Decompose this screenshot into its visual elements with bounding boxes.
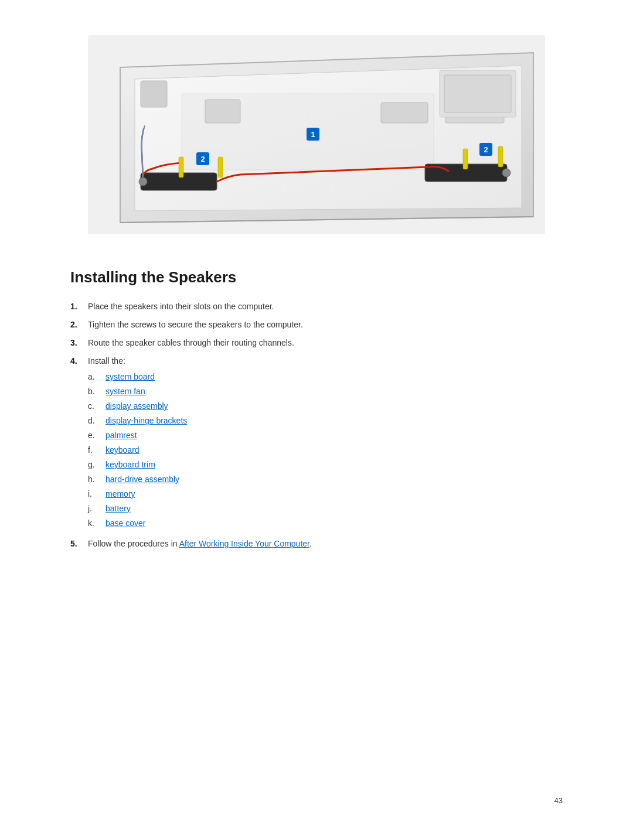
step-4: 4. Install the: a. system board b.	[70, 355, 563, 532]
page: 1 2 2 Installing the Speakers 1.	[0, 0, 633, 840]
sub-item-g: g. keyboard trim	[88, 459, 563, 471]
link-display-assembly[interactable]: display assembly	[106, 401, 168, 411]
link-display-hinge-brackets[interactable]: display-hinge brackets	[106, 416, 187, 425]
sub-content-d: display-hinge brackets	[106, 415, 563, 427]
sub-content-b: system fan	[106, 385, 563, 398]
svg-point-21	[502, 169, 511, 177]
sub-items-list: a. system board b. system fan	[88, 371, 563, 530]
link-keyboard-trim[interactable]: keyboard trim	[106, 460, 155, 469]
link-system-board[interactable]: system board	[106, 372, 155, 381]
svg-rect-10	[179, 157, 183, 177]
svg-text:2: 2	[200, 155, 205, 163]
speaker-diagram: 1 2 2	[88, 35, 545, 234]
svg-rect-4	[381, 103, 428, 123]
sub-item-h: h. hard-drive assembly	[88, 473, 563, 486]
sub-item-d: d. display-hinge brackets	[88, 415, 563, 427]
link-keyboard[interactable]: keyboard	[106, 445, 139, 455]
svg-rect-22	[141, 81, 167, 107]
sub-letter-k: k.	[88, 517, 106, 530]
sub-content-i: memory	[106, 488, 563, 500]
content-section: Installing the Speakers 1. Place the spe…	[70, 262, 563, 550]
sub-item-f: f. keyboard	[88, 444, 563, 456]
sub-content-e: palmrest	[106, 429, 563, 442]
step-1: 1. Place the speakers into their slots o…	[70, 301, 563, 313]
step-5-content: Follow the procedures in After Working I…	[88, 538, 563, 550]
svg-rect-3	[205, 100, 240, 123]
page-number: 43	[554, 796, 563, 805]
step-3: 3. Route the speaker cables through thei…	[70, 337, 563, 349]
step-5: 5. Follow the procedures in After Workin…	[70, 538, 563, 550]
sub-letter-c: c.	[88, 400, 106, 412]
steps-list: 1. Place the speakers into their slots o…	[70, 301, 563, 550]
sub-letter-d: d.	[88, 415, 106, 427]
link-base-cover[interactable]: base cover	[106, 518, 145, 528]
step-5-text: Follow the procedures in	[88, 539, 178, 548]
svg-rect-7	[444, 75, 511, 112]
sub-letter-e: e.	[88, 429, 106, 442]
sub-letter-h: h.	[88, 473, 106, 486]
step-3-number: 3.	[70, 337, 88, 349]
svg-point-20	[139, 177, 147, 186]
sub-content-j: battery	[106, 503, 563, 515]
sub-letter-f: f.	[88, 444, 106, 456]
step-4-content: Install the: a. system board b. system f…	[88, 355, 563, 532]
step-5-number: 5.	[70, 538, 88, 550]
sub-item-c: c. display assembly	[88, 400, 563, 412]
sub-item-e: e. palmrest	[88, 429, 563, 442]
sub-content-k: base cover	[106, 517, 563, 530]
sub-letter-g: g.	[88, 459, 106, 471]
diagram-svg: 1 2 2	[88, 35, 545, 234]
link-battery[interactable]: battery	[106, 504, 131, 513]
svg-rect-12	[463, 149, 468, 169]
sub-content-g: keyboard trim	[106, 459, 563, 471]
step-2-text: Tighten the screws to secure the speaker…	[88, 319, 563, 331]
step-1-text: Place the speakers into their slots on t…	[88, 301, 563, 313]
step-2-number: 2.	[70, 319, 88, 331]
sub-item-k: k. base cover	[88, 517, 563, 530]
link-hard-drive-assembly[interactable]: hard-drive assembly	[106, 474, 179, 484]
sub-letter-a: a.	[88, 371, 106, 383]
diagram-container: 1 2 2	[70, 35, 563, 234]
sub-letter-i: i.	[88, 488, 106, 500]
step-1-number: 1.	[70, 301, 88, 313]
svg-text:1: 1	[311, 130, 315, 139]
sub-content-f: keyboard	[106, 444, 563, 456]
link-after-working[interactable]: After Working Inside Your Computer	[179, 539, 309, 548]
step-2: 2. Tighten the screws to secure the spea…	[70, 319, 563, 331]
link-palmrest[interactable]: palmrest	[106, 431, 137, 440]
sub-item-b: b. system fan	[88, 385, 563, 398]
sub-item-j: j. battery	[88, 503, 563, 515]
sub-item-a: a. system board	[88, 371, 563, 383]
sub-content-h: hard-drive assembly	[106, 473, 563, 486]
svg-text:2: 2	[484, 145, 488, 154]
step-4-text: Install the:	[88, 356, 125, 366]
link-system-fan[interactable]: system fan	[106, 387, 145, 396]
svg-rect-13	[498, 146, 503, 167]
sub-content-a: system board	[106, 371, 563, 383]
svg-rect-11	[218, 157, 223, 177]
sub-letter-b: b.	[88, 385, 106, 398]
step-3-text: Route the speaker cables through their r…	[88, 337, 563, 349]
step-4-number: 4.	[70, 355, 88, 532]
sub-letter-j: j.	[88, 503, 106, 515]
section-title: Installing the Speakers	[70, 268, 563, 286]
sub-item-i: i. memory	[88, 488, 563, 500]
sub-content-c: display assembly	[106, 400, 563, 412]
link-memory[interactable]: memory	[106, 489, 135, 498]
